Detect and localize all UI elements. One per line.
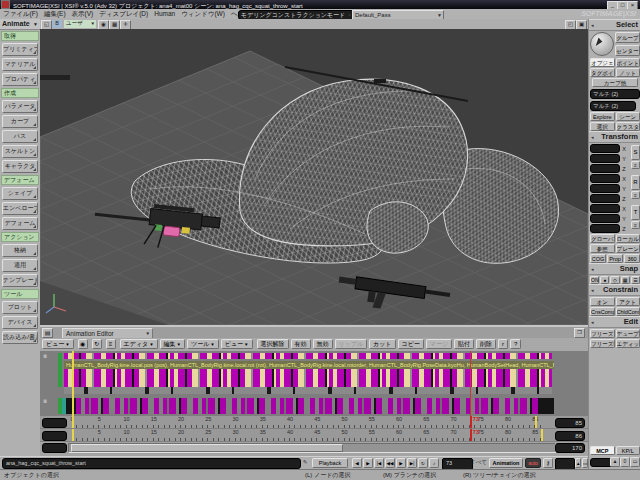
close-button[interactable]: × <box>627 1 638 9</box>
capture-icon[interactable]: ▭ <box>582 458 588 468</box>
menu-item-0[interactable]: ファイル(F) <box>0 9 41 19</box>
frame-step-back-button[interactable]: ◀ <box>352 458 362 468</box>
explore-button[interactable]: Explore <box>590 112 615 121</box>
r-y-field[interactable] <box>590 184 620 193</box>
prop-button[interactable]: Prop <box>607 254 623 263</box>
scene-button[interactable]: シーン <box>616 112 640 121</box>
timeline-ruler-1[interactable]: 051015202530354045505560657075808573 85 <box>40 416 588 429</box>
animate-button-2-1[interactable]: エンベロープ <box>2 202 38 215</box>
selection-display-2[interactable]: マルチ (2) <box>590 101 636 111</box>
freeze-button[interactable]: フリーズ <box>590 329 615 338</box>
summary-track[interactable] <box>64 353 552 359</box>
snap-button-3[interactable]: ▦ <box>621 276 630 284</box>
tab-mcp[interactable]: MCP <box>590 446 615 455</box>
ae-button-10[interactable]: ? <box>510 339 521 349</box>
viewport-user-b[interactable]: ◱ B ユーザ▼ ◉ ▦ ✛ ◰ ▣ <box>40 19 588 325</box>
filter-knot-button[interactable]: ノット <box>616 68 640 77</box>
selection-display-1[interactable]: マルチ (2) <box>590 89 640 99</box>
s-y-field[interactable] <box>590 154 620 163</box>
command-line[interactable]: ana_hag_cqc_squat_throw_start <box>2 458 301 469</box>
ae-button-0[interactable]: 選択解除 <box>257 339 289 349</box>
flipbook-icon[interactable]: ▲ <box>575 458 581 468</box>
frame-step-forward-button[interactable]: ▶ <box>363 458 373 468</box>
animate-button-3-0[interactable]: 格納 <box>2 244 38 257</box>
maximize-editor-icon[interactable]: ❒ <box>574 328 585 338</box>
constrain-on-button[interactable]: オン <box>590 297 615 306</box>
s-z-field[interactable] <box>590 164 620 173</box>
audio-button[interactable]: ♪ <box>429 458 439 468</box>
key-icon[interactable]: ⚷ <box>543 458 553 468</box>
ruler-ticks[interactable]: 51015202530354045505560657075808573 <box>68 429 554 441</box>
go-to-start-button[interactable]: |◀ <box>374 458 384 468</box>
animate-button-0-1[interactable]: マテリアル <box>2 58 38 71</box>
group-track[interactable] <box>64 387 552 394</box>
filter-object-button[interactable]: オブジェクト <box>590 58 615 67</box>
panel-arrow-icon[interactable]: ◂ <box>591 132 594 142</box>
keyframe-track[interactable] <box>64 369 552 387</box>
animate-button-1-2[interactable]: パス <box>2 130 38 143</box>
playback-options-button[interactable]: Playback <box>312 458 348 468</box>
animate-button-2-0[interactable]: シェイプ <box>2 187 38 200</box>
link-icon[interactable]: ≡ <box>631 191 640 199</box>
ae-button-9[interactable]: r <box>498 339 508 349</box>
ruler-start-field[interactable] <box>42 418 67 428</box>
camera-menu[interactable]: ユーザ▼ <box>64 20 96 28</box>
list-icon[interactable]: ≡ <box>106 339 116 349</box>
animate-button-4-2[interactable]: 読み込み/書き出し <box>2 331 38 344</box>
timeline-ruler-2[interactable]: 51015202530354045505560657075808573 86 <box>40 429 588 442</box>
t-x-field[interactable] <box>590 204 620 213</box>
ae-menu-0[interactable]: エディタ▼ <box>120 339 158 349</box>
group-button[interactable]: グループ <box>615 32 640 43</box>
ae-button-8[interactable]: 削除 <box>476 339 496 349</box>
select-tool-button[interactable] <box>590 32 614 56</box>
curve-other-button[interactable]: カーブ他 <box>592 78 638 87</box>
duplicate-button[interactable]: デュープ <box>616 329 640 338</box>
ruler-end-field[interactable]: 86 <box>555 431 585 441</box>
cnscomp-button[interactable]: CnsComp <box>590 307 615 316</box>
r-z-field[interactable] <box>590 194 620 203</box>
memo-zero-icon[interactable]: 0 <box>620 457 630 467</box>
ae-view-menu[interactable]: ビュー▼ <box>42 339 74 349</box>
selection-button[interactable]: 選択 <box>590 122 615 131</box>
ae-button-4[interactable]: カット <box>369 339 395 349</box>
r-mode-button[interactable]: R <box>631 175 640 190</box>
snap-button-4[interactable]: ☰ <box>631 276 640 284</box>
t-z-field[interactable] <box>590 224 620 233</box>
animate-toolbar-title[interactable]: Animate▼ <box>0 19 40 30</box>
ae-button-5[interactable]: コピー <box>398 339 424 349</box>
animate-button-1-0[interactable]: パラメータ <box>2 100 38 113</box>
filter-tagpoint-button[interactable]: タグポイント <box>590 68 615 77</box>
ruler-start-field[interactable] <box>42 431 67 441</box>
local-mode-button[interactable]: ローカル <box>616 234 640 243</box>
autokey-button[interactable]: auto <box>525 458 541 468</box>
link-icon[interactable]: ≡ <box>631 161 640 169</box>
menu-item-2[interactable]: 表示(V) <box>69 9 97 19</box>
viewport-canvas[interactable] <box>40 29 588 325</box>
rot360-button[interactable]: 360 <box>624 254 640 263</box>
ae-menu-1[interactable]: 編集▼ <box>160 339 185 349</box>
keyframe-track-2[interactable] <box>76 398 538 414</box>
track-expand-icon[interactable]: ≣ <box>41 353 49 360</box>
ae-button-6[interactable]: マージ <box>426 339 452 349</box>
filter-point-button[interactable]: ポイント <box>616 58 640 67</box>
ae-menu-3[interactable]: ビュー▼ <box>221 339 253 349</box>
animate-button-2-2[interactable]: デフォーム <box>2 217 38 230</box>
loop-button[interactable]: ↻ <box>418 458 428 468</box>
panel-arrow-icon[interactable]: ◂ <box>591 285 594 295</box>
ae-button-3[interactable]: リップル <box>335 339 368 349</box>
ref-mode-button[interactable]: 参照 <box>590 244 615 253</box>
menu-item-4[interactable]: Human <box>151 9 178 19</box>
chldcomp-button[interactable]: ChldComp <box>616 307 640 316</box>
animate-button-0-2[interactable]: プロパティ <box>2 73 38 86</box>
constrain-active-button[interactable]: アクト <box>616 297 640 306</box>
ae-button-1[interactable]: 有効 <box>291 339 311 349</box>
animate-button-3-1[interactable]: 適用 <box>2 259 38 272</box>
pen-icon[interactable]: ✎ <box>300 458 310 468</box>
s-x-field[interactable] <box>590 144 620 153</box>
panel-menu-icon[interactable]: ▤ <box>42 328 53 338</box>
total-frames-field[interactable]: 170 <box>555 443 585 453</box>
playhead-marker[interactable] <box>470 416 472 428</box>
animate-button-4-0[interactable]: プロット <box>2 301 38 314</box>
camera-memo-icon[interactable]: ▲ <box>610 457 620 467</box>
ae-button-7[interactable]: 貼付 <box>454 339 474 349</box>
